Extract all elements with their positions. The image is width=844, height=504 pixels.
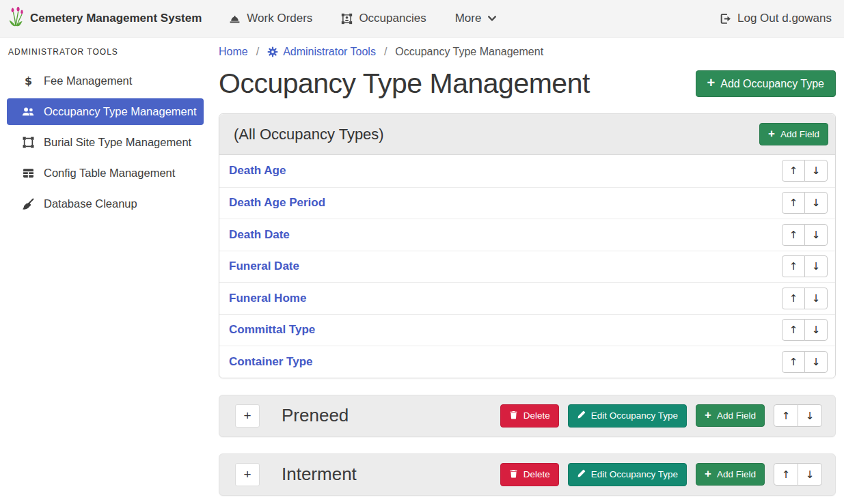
sidebar-heading: Administrator Tools: [0, 44, 212, 64]
all-occupancy-types-card: (All Occupancy Types) Add Field Death Ag…: [219, 113, 836, 378]
pencil-icon: [577, 410, 586, 421]
trash-icon: [509, 410, 518, 421]
move-up-button[interactable]: [782, 192, 805, 214]
field-row: Funeral Home: [219, 282, 835, 314]
reorder-button-group: [774, 404, 822, 427]
sidebar-item-database-cleanup[interactable]: Database Cleanup: [7, 191, 204, 217]
reorder-button-group: [782, 255, 828, 277]
move-up-button[interactable]: [782, 319, 805, 341]
hard-hat-icon: [229, 13, 241, 25]
reorder-button-group: [782, 224, 828, 246]
gear-icon: [267, 46, 278, 57]
move-down-button[interactable]: [804, 192, 828, 214]
field-list: Death Age Death Age Period Death Date: [219, 155, 835, 378]
field-link-container-type[interactable]: Container Type: [229, 355, 312, 369]
logout-label: Log Out d.gowans: [737, 12, 832, 25]
move-up-button[interactable]: [782, 351, 805, 373]
reorder-button-group: [782, 319, 828, 341]
move-down-button[interactable]: [798, 463, 822, 486]
move-down-button[interactable]: [804, 288, 828, 309]
page-title: Occupancy Type Management: [219, 68, 696, 100]
reorder-button-group: [782, 160, 828, 182]
reorder-button-group: [782, 351, 828, 373]
vector-square-icon: [19, 137, 37, 148]
svg-text:$: $: [24, 75, 31, 87]
sign-out-icon: [720, 13, 731, 25]
add-field-button[interactable]: Add Field: [696, 463, 765, 486]
field-row: Death Age Period: [219, 187, 835, 219]
navbar-menu: Work Orders Occupancies More: [229, 12, 497, 25]
reorder-button-group: [782, 192, 828, 214]
navbar-item-work-orders[interactable]: Work Orders: [229, 12, 312, 25]
occupancy-frame-icon: [341, 13, 353, 25]
field-link-death-date[interactable]: Death Date: [229, 228, 290, 242]
add-field-button[interactable]: Add Field: [759, 123, 828, 145]
plus-icon: [768, 129, 775, 139]
add-occupancy-type-button[interactable]: Add Occupancy Type: [696, 70, 836, 97]
move-up-button[interactable]: [782, 160, 805, 182]
edit-occupancy-type-button[interactable]: Edit Occupancy Type: [568, 463, 687, 486]
move-up-button[interactable]: [774, 463, 798, 486]
users-icon: [19, 106, 37, 118]
sidebar-item-fee-management[interactable]: $ Fee Management: [7, 68, 204, 94]
move-up-button[interactable]: [782, 288, 805, 309]
section-title: Preneed: [282, 405, 349, 426]
navbar-item-occupancies[interactable]: Occupancies: [341, 12, 426, 25]
move-down-button[interactable]: [804, 160, 828, 182]
move-up-button[interactable]: [774, 404, 798, 427]
section-actions: Delete Edit Occupancy Type Add Field: [500, 463, 822, 486]
sidebar-item-config-table-management[interactable]: Config Table Management: [7, 160, 204, 186]
move-up-button[interactable]: [782, 255, 805, 277]
field-row: Committal Type: [219, 314, 835, 346]
field-row: Funeral Date: [219, 251, 835, 283]
move-down-button[interactable]: [798, 404, 822, 427]
section-actions: Delete Edit Occupancy Type Add Field: [500, 404, 822, 428]
sidebar-item-occupancy-type-management[interactable]: Occupancy Type Management: [7, 98, 204, 125]
logout-button[interactable]: Log Out d.gowans: [720, 12, 832, 25]
breadcrumb: Home / Administrator Tools / Occupancy T…: [219, 43, 836, 58]
breadcrumb-separator: /: [376, 46, 395, 58]
field-link-funeral-date[interactable]: Funeral Date: [229, 260, 299, 273]
breadcrumb-admin-tools-link[interactable]: Administrator Tools: [267, 46, 376, 58]
main-content: Home / Administrator Tools / Occupancy T…: [212, 38, 844, 504]
plus-icon: [707, 77, 716, 90]
breadcrumb-separator: /: [248, 46, 267, 58]
section-bar-preneed: + Preneed Delete Edit Occupancy Type Add…: [219, 395, 836, 437]
field-row: Container Type: [219, 346, 835, 378]
trash-icon: [509, 469, 518, 480]
expand-button[interactable]: +: [235, 463, 260, 486]
move-down-button[interactable]: [804, 319, 828, 341]
field-link-funeral-home[interactable]: Funeral Home: [229, 292, 306, 305]
field-link-death-age-period[interactable]: Death Age Period: [229, 196, 325, 210]
section-title: Interment: [282, 464, 357, 485]
field-row: Death Age: [219, 155, 835, 187]
field-link-committal-type[interactable]: Committal Type: [229, 323, 315, 337]
breadcrumb-home-link[interactable]: Home: [219, 46, 248, 58]
sidebar-item-burial-site-type-management[interactable]: Burial Site Type Management: [7, 129, 204, 156]
delete-button[interactable]: Delete: [500, 463, 559, 486]
reorder-button-group: [774, 463, 822, 486]
app-title: Cemetery Management System: [30, 12, 202, 25]
expand-button[interactable]: +: [235, 404, 260, 428]
broom-icon: [19, 198, 37, 210]
edit-occupancy-type-button[interactable]: Edit Occupancy Type: [568, 404, 687, 428]
add-field-button[interactable]: Add Field: [696, 404, 765, 427]
main-layout: Administrator Tools $ Fee Management Occ…: [0, 38, 844, 504]
card-title: (All Occupancy Types): [234, 126, 384, 143]
table-icon: [19, 167, 37, 179]
reorder-button-group: [782, 288, 828, 309]
move-down-button[interactable]: [804, 351, 828, 373]
section-bar-interment: + Interment Delete Edit Occupancy Type A…: [219, 453, 836, 496]
plus-icon: [705, 469, 711, 479]
move-up-button[interactable]: [782, 224, 805, 246]
delete-button[interactable]: Delete: [500, 404, 559, 428]
move-down-button[interactable]: [804, 224, 828, 246]
admin-tools-sidebar: Administrator Tools $ Fee Management Occ…: [0, 38, 212, 504]
all-occupancy-types-header: (All Occupancy Types) Add Field: [219, 114, 835, 155]
dollar-icon: $: [19, 75, 37, 87]
field-row: Death Date: [219, 219, 835, 251]
field-link-death-age[interactable]: Death Age: [229, 164, 286, 178]
move-down-button[interactable]: [804, 255, 828, 277]
plus-icon: [705, 410, 711, 421]
navbar-item-more[interactable]: More: [455, 12, 498, 25]
